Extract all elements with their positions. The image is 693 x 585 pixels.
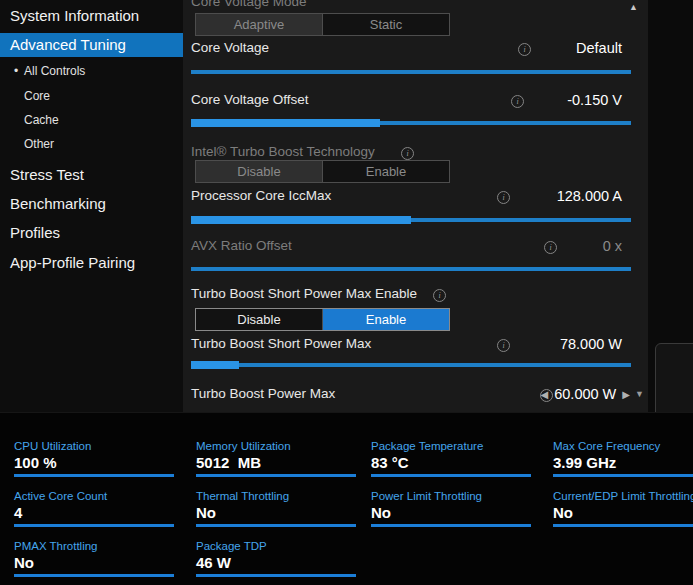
monitor-cpu-utilization: CPU Utilization 100 % (14, 440, 196, 477)
toggle-option-adaptive[interactable]: Adaptive (196, 14, 322, 35)
info-icon[interactable]: i (511, 95, 524, 108)
core-voltage-offset-label: Core Voltage Offset (191, 92, 309, 107)
monitor-underline (196, 474, 356, 477)
tb-power-max-stepper: ◀ 60.000 W ▶ (541, 386, 630, 402)
slider-track (191, 267, 631, 271)
turbo-boost-tech-label: Intel® Turbo Boost Technology (191, 144, 375, 159)
monitor-value: 4 (14, 504, 196, 521)
monitor-underline (14, 574, 174, 577)
sidebar-item-system-information[interactable]: System Information (10, 7, 139, 24)
info-icon[interactable]: i (544, 241, 557, 254)
monitor-value: 46 W (196, 554, 378, 571)
monitor-label: Power Limit Throttling (371, 490, 553, 502)
slider-fill (191, 361, 239, 369)
monitor-label: Memory Utilization (196, 440, 378, 452)
monitor-pmax-throttling: PMAX Throttling No (14, 540, 196, 577)
slider-track (191, 70, 631, 74)
monitor-max-core-frequency: Max Core Frequency 3.99 GHz (553, 440, 693, 477)
advanced-tuning-panel: ▲ Core Voltage Mode Adaptive Static Core… (183, 0, 648, 412)
monitor-label: Package Temperature (371, 440, 553, 452)
info-icon[interactable]: i (518, 43, 531, 56)
avx-ratio-offset-label: AVX Ratio Offset (191, 238, 292, 253)
monitor-value: 5012 MB (196, 454, 378, 471)
icc-max-label: Processor Core IccMax (191, 188, 331, 203)
monitor-underline (14, 474, 174, 477)
core-voltage-label: Core Voltage (191, 40, 269, 55)
sidebar-item-app-profile-pairing[interactable]: App-Profile Pairing (10, 254, 135, 271)
tb-short-power-slider[interactable] (191, 361, 631, 369)
selected-sub-bullet-icon: • (14, 64, 18, 78)
monitor-value: 83 °C (371, 454, 553, 471)
slider-fill (191, 119, 380, 127)
tb-power-max-label: Turbo Boost Power Max (191, 386, 335, 401)
tb-short-power-label: Turbo Boost Short Power Max (191, 336, 371, 351)
icc-max-value: 128.000 A (557, 188, 622, 204)
monitor-underline (553, 524, 693, 527)
sidebar-item-stress-test[interactable]: Stress Test (10, 166, 84, 183)
core-voltage-mode-toggle: Adaptive Static (195, 13, 450, 36)
sidebar: System Information Advanced Tuning • All… (0, 0, 183, 412)
monitor-power-limit-throttling: Power Limit Throttling No (371, 490, 553, 527)
scroll-up-icon[interactable]: ▲ (629, 2, 638, 12)
monitor-underline (196, 524, 356, 527)
core-voltage-offset-slider[interactable] (191, 119, 631, 127)
stepper-decrease-icon[interactable]: ◀ (541, 389, 549, 400)
slider-track (191, 363, 631, 367)
toggle-option-static[interactable]: Static (322, 14, 449, 35)
tb-short-power-value: 78.000 W (560, 336, 622, 352)
sidebar-item-core[interactable]: Core (24, 89, 50, 103)
monitor-label: Max Core Frequency (553, 440, 693, 452)
monitor-value: No (196, 504, 378, 521)
sidebar-item-all-controls[interactable]: All Controls (24, 64, 85, 78)
monitor-label: CPU Utilization (14, 440, 196, 452)
tb-power-max-value[interactable]: 60.000 W (554, 386, 616, 402)
partial-side-panel (655, 343, 693, 420)
dropdown-caret-icon[interactable]: ▼ (635, 389, 644, 399)
avx-ratio-offset-value: 0 x (603, 238, 622, 254)
sidebar-item-other[interactable]: Other (24, 137, 54, 151)
monitor-value: No (14, 554, 196, 571)
tb-short-power-enable-toggle: Disable Enable (195, 308, 450, 331)
stepper-increase-icon[interactable]: ▶ (622, 389, 630, 400)
monitor-label: Active Core Count (14, 490, 196, 502)
info-icon[interactable]: i (401, 147, 414, 160)
sidebar-item-advanced-tuning-label[interactable]: Advanced Tuning (10, 36, 126, 53)
info-icon[interactable]: i (497, 191, 510, 204)
monitor-package-temperature: Package Temperature 83 °C (371, 440, 553, 477)
monitor-label: Current/EDP Limit Throttling (553, 490, 693, 502)
monitor-value: 3.99 GHz (553, 454, 693, 471)
slider-fill (191, 216, 411, 224)
monitor-active-core-count: Active Core Count 4 (14, 490, 196, 527)
core-voltage-slider[interactable] (191, 68, 631, 76)
monitor-label: Package TDP (196, 540, 378, 552)
monitor-underline (196, 574, 356, 577)
monitor-value: No (371, 504, 553, 521)
monitor-underline (371, 474, 531, 477)
monitor-label: Thermal Throttling (196, 490, 378, 502)
monitor-value: 100 % (14, 454, 196, 471)
monitor-package-tdp: Package TDP 46 W (196, 540, 378, 577)
xtu-window: { "glyphs": {"info":"i","up_arrow":"▲","… (0, 0, 693, 585)
monitor-thermal-throttling: Thermal Throttling No (196, 490, 378, 527)
turbo-boost-tech-toggle: Disable Enable (195, 160, 450, 183)
info-icon[interactable]: i (497, 339, 510, 352)
toggle-option-disable[interactable]: Disable (196, 161, 322, 182)
monitor-current-edp-limit-throttling: Current/EDP Limit Throttling No (553, 490, 693, 527)
core-voltage-value: Default (576, 40, 622, 56)
monitor-label: PMAX Throttling (14, 540, 196, 552)
core-voltage-mode-label: Core Voltage Mode (191, 0, 307, 9)
monitor-underline (14, 524, 174, 527)
toggle-option-enable[interactable]: Enable (322, 161, 449, 182)
sidebar-item-profiles[interactable]: Profiles (10, 224, 60, 241)
toggle-option-disable[interactable]: Disable (196, 309, 322, 330)
avx-ratio-offset-slider[interactable] (191, 265, 631, 273)
icc-max-slider[interactable] (191, 216, 631, 224)
sidebar-item-cache[interactable]: Cache (24, 113, 59, 127)
toggle-option-enable[interactable]: Enable (322, 309, 449, 330)
info-icon[interactable]: i (433, 289, 446, 302)
monitor-underline (371, 524, 531, 527)
tb-short-power-enable-label: Turbo Boost Short Power Max Enable (191, 286, 417, 301)
core-voltage-offset-value: -0.150 V (567, 92, 622, 108)
monitor-value: No (553, 504, 693, 521)
sidebar-item-benchmarking[interactable]: Benchmarking (10, 195, 106, 212)
